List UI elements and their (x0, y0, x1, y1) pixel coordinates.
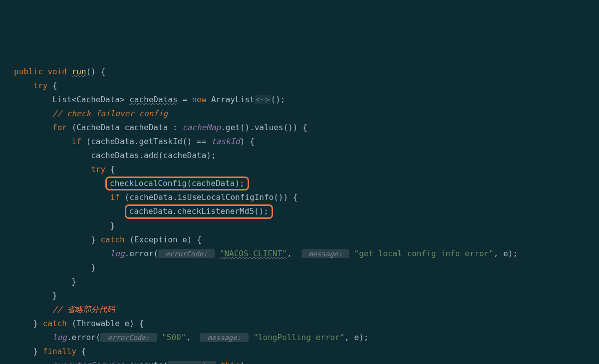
text: () { (86, 67, 106, 76)
code-block: public void run() { try { List<CacheData… (14, 65, 585, 364)
text: (Exception e) { (125, 235, 202, 244)
op-eq: = (178, 95, 192, 104)
brace-close: } (91, 235, 96, 244)
keyword-finally: finally (38, 347, 76, 356)
text: , e); (494, 249, 518, 258)
stmt-checklistener: cacheData.checkListenerMd5(); (129, 206, 269, 216)
brace: { (47, 81, 57, 90)
keyword-for: for (52, 123, 67, 132)
type-arraylist: ArrayList (206, 95, 254, 104)
text: ) { (240, 137, 255, 146)
text: (); (271, 95, 286, 104)
hint-message-2: message: (200, 333, 248, 342)
highlight-box-checklocal: checkLocalConfig(cacheData); (105, 177, 249, 190)
brace: { (76, 347, 86, 356)
text: (CacheData cacheData : (67, 123, 182, 132)
keyword-catch: catch (96, 235, 125, 244)
comment-failover: // check failover config (52, 109, 168, 118)
string-longpolling: "longPolling error" (253, 333, 344, 342)
hint-message: message: (301, 249, 349, 258)
text: (Throwable e) { (67, 319, 144, 328)
keyword-if: if (72, 137, 81, 146)
keyword-this: this (221, 361, 240, 364)
text: ); (240, 361, 250, 364)
hint-errorcode-2: errorCode: (100, 333, 157, 342)
diamond-op: <~> (255, 95, 271, 104)
hint-errorcode: errorCode: (158, 249, 215, 258)
field-cachemap: cacheMap (182, 123, 221, 132)
hint-command: command: (168, 361, 216, 364)
stmt-checklocal: checkLocalConfig(cacheData); (110, 179, 245, 188)
text: .get().values()) { (221, 123, 307, 132)
string-nacos: "NACOS-CLIENT" (220, 249, 287, 258)
text: (cacheData.isUseLocalConfigInfo()) { (120, 192, 298, 202)
keyword-new: new (192, 95, 206, 104)
brace-close: } (91, 263, 96, 272)
brace-close: } (52, 291, 57, 300)
field-log: log (110, 249, 125, 258)
string-getlocal: "get local config info error" (354, 249, 494, 258)
keyword-public: public (14, 67, 43, 76)
string-500: "500" (162, 333, 186, 342)
highlight-box-checklistener: cacheData.checkListenerMd5(); (125, 204, 273, 218)
brace-close: } (33, 347, 38, 356)
stmt-add: cacheDatas.add(cacheData); (91, 151, 216, 160)
keyword-try-inner: try (91, 165, 105, 174)
keyword-if-inner: if (110, 192, 120, 202)
keyword-catch-outer: catch (38, 319, 67, 328)
var-cachedatas: cacheDatas (129, 95, 177, 104)
call-execute: .execute( (125, 361, 168, 364)
method-run: run (72, 67, 86, 76)
comment-omitted: // 省略部分代码 (52, 305, 115, 314)
keyword-try: try (33, 81, 48, 90)
keyword-void: void (47, 67, 67, 76)
text: , e); (344, 333, 368, 342)
text: (cacheData.getTaskId() == (81, 137, 211, 146)
field-log-2: log (52, 333, 67, 342)
brace-close: } (110, 221, 115, 230)
field-executorservice: executorService (52, 361, 125, 364)
brace-close: } (33, 319, 38, 328)
brace-close: } (72, 277, 77, 286)
type-list: List<CacheData> (52, 95, 129, 104)
comma: , (287, 249, 297, 258)
call-error: .error( (125, 249, 158, 258)
call-error-2: .error( (67, 333, 100, 342)
field-taskid: taskId (211, 137, 240, 146)
comma: , (186, 333, 195, 342)
brace: { (105, 165, 115, 174)
